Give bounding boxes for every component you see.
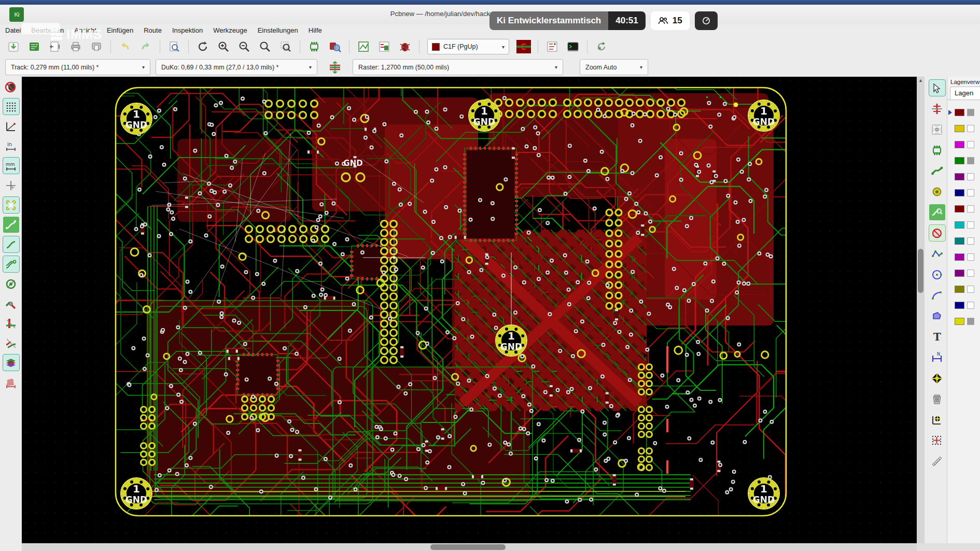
zoom-in-button[interactable] <box>214 38 233 55</box>
highlight-net-button[interactable] <box>929 204 945 220</box>
layer-color-swatch[interactable] <box>955 205 964 213</box>
layer-visibility-swatch[interactable] <box>967 270 974 277</box>
polar-coords-toggle[interactable] <box>3 118 19 134</box>
layer-visibility-swatch[interactable] <box>967 221 974 229</box>
scripting-console-button[interactable] <box>564 38 582 55</box>
layer-visibility-swatch[interactable] <box>967 173 974 180</box>
layer-color-swatch[interactable] <box>955 221 964 229</box>
vertical-scroll-thumb[interactable] <box>918 249 923 293</box>
draw-circle-button[interactable] <box>929 266 945 282</box>
route-tracks-button[interactable] <box>929 163 945 179</box>
update-pcb-from-schematic-button[interactable] <box>354 38 373 55</box>
page-settings-button[interactable] <box>46 38 64 55</box>
add-dimension-button[interactable]: N <box>929 349 945 365</box>
via-size-select[interactable]: DuKo: 0,69 / 0,33 mm (27,0 / 13,0 mils) … <box>156 59 317 75</box>
zoom-out-button[interactable] <box>235 38 254 55</box>
redraw-button[interactable] <box>193 38 212 55</box>
layer-color-swatch[interactable] <box>955 286 964 293</box>
interactive-router-button[interactable] <box>929 101 945 117</box>
track-clearance-toggle[interactable] <box>3 315 19 331</box>
menu-item-inspektion[interactable]: Inspektion <box>172 26 203 34</box>
layer-visibility-swatch[interactable] <box>967 141 974 148</box>
select-tool-button[interactable] <box>929 80 945 96</box>
layer-color-swatch[interactable] <box>955 302 964 309</box>
drc-button[interactable] <box>396 38 414 55</box>
find-button[interactable] <box>165 38 184 55</box>
draw-line-button[interactable] <box>929 246 945 262</box>
layer-visibility-swatch[interactable] <box>967 189 974 196</box>
performance-pill[interactable] <box>695 11 718 30</box>
menu-item-ansicht[interactable]: Ansicht <box>74 26 96 34</box>
auto-track-width-toggle[interactable] <box>326 59 344 76</box>
menu-item-route[interactable]: Route <box>144 26 162 34</box>
layer-color-swatch[interactable] <box>955 157 964 164</box>
sketch-tracks-toggle[interactable] <box>3 335 19 351</box>
zoom-selection-button[interactable] <box>276 38 295 55</box>
add-via-button[interactable] <box>929 183 945 200</box>
scroll-up-arrow[interactable]: ▲ <box>917 77 925 84</box>
undo-button[interactable] <box>116 38 134 55</box>
menu-item-einstellungen[interactable]: Einstellungen <box>258 26 298 34</box>
layer-row[interactable] <box>947 249 980 265</box>
measure-tool-button[interactable] <box>929 453 945 469</box>
layer-visibility-swatch[interactable] <box>967 205 974 213</box>
menu-item-werkzeuge[interactable]: Werkzeuge <box>213 26 247 34</box>
layer-row[interactable] <box>947 217 980 233</box>
horizontal-scroll-thumb[interactable] <box>430 544 506 550</box>
layer-row[interactable] <box>947 233 980 249</box>
layer-visibility-swatch[interactable] <box>967 253 974 261</box>
layer-color-swatch[interactable] <box>955 237 964 245</box>
layer-color-swatch[interactable] <box>955 109 964 116</box>
curved-tracks-toggle[interactable] <box>3 236 19 252</box>
draw-polygon-button[interactable] <box>929 308 945 324</box>
pcb-editor-canvas[interactable] <box>22 77 917 543</box>
grid-origin-button[interactable] <box>929 432 945 448</box>
layer-color-swatch[interactable] <box>955 253 964 261</box>
footprint-browser-button[interactable] <box>326 38 344 55</box>
layer-color-swatch[interactable] <box>955 270 964 277</box>
layer-row[interactable] <box>947 104 980 120</box>
menu-item-datei[interactable]: Datei <box>5 26 21 34</box>
layer-row[interactable] <box>947 201 980 217</box>
grid-size-select[interactable]: Raster: 1,2700 mm (50,00 mils) ▾ <box>353 59 563 75</box>
layer-visibility-swatch[interactable] <box>967 302 974 309</box>
no-connect-button[interactable] <box>929 225 945 241</box>
plot-button[interactable] <box>87 38 106 55</box>
layer-pair-indicator[interactable] <box>514 38 533 55</box>
drag-track-toggle[interactable] <box>3 295 19 312</box>
curved-tracks-all-toggle[interactable] <box>3 256 19 272</box>
layer-row[interactable] <box>947 313 980 329</box>
zoom-select[interactable]: Zoom Auto ▾ <box>580 59 648 75</box>
add-target-button[interactable] <box>929 370 945 386</box>
cursor-shape-toggle[interactable] <box>3 177 19 193</box>
ratsnest-hide-toggle[interactable] <box>3 197 19 213</box>
layer-row[interactable] <box>947 185 980 201</box>
units-mm-toggle[interactable]: mm <box>3 158 19 174</box>
layers-tab[interactable]: Lagen <box>950 87 980 100</box>
plugin-refresh-button[interactable] <box>592 38 611 55</box>
sketch-pads-toggle[interactable] <box>3 374 19 390</box>
layer-row[interactable] <box>947 168 980 185</box>
save-button[interactable] <box>4 38 23 55</box>
vertical-scrollbar[interactable]: ▲ <box>917 77 925 543</box>
track-width-select[interactable]: Track: 0,279 mm (11,00 mils) * ▾ <box>5 59 150 75</box>
layer-visibility-swatch[interactable] <box>967 318 974 325</box>
high-contrast-toggle[interactable] <box>3 355 19 371</box>
via-display-toggle[interactable] <box>3 276 19 292</box>
zoom-fit-button[interactable] <box>256 38 274 55</box>
layer-row[interactable] <box>947 265 980 281</box>
delete-tool-button[interactable] <box>929 391 945 407</box>
menu-item-einfügen[interactable]: Einfügen <box>107 26 133 34</box>
layer-row[interactable] <box>947 136 980 152</box>
layer-row[interactable] <box>947 297 980 313</box>
layer-visibility-swatch[interactable] <box>967 157 974 164</box>
layer-visibility-swatch[interactable] <box>967 125 974 132</box>
grid-visibility-toggle[interactable] <box>3 98 19 115</box>
board-setup-button[interactable] <box>25 38 44 55</box>
add-text-button[interactable]: T <box>929 329 945 345</box>
add-footprint-button[interactable] <box>929 142 945 158</box>
footprint-editor-button[interactable] <box>305 38 324 55</box>
layer-color-swatch[interactable] <box>955 189 964 196</box>
ratsnest-show-toggle[interactable] <box>3 217 19 233</box>
layer-visibility-swatch[interactable] <box>967 286 974 293</box>
